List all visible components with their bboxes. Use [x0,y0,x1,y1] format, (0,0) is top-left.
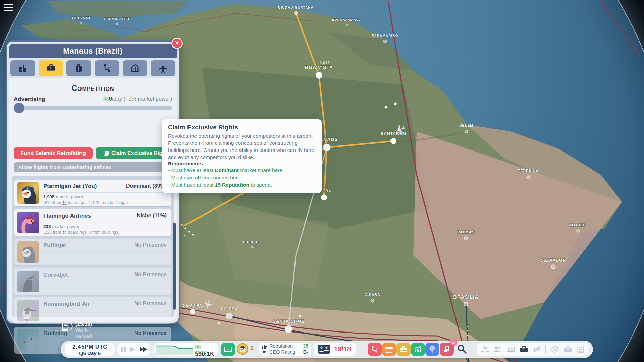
tab-routes[interactable] [95,60,119,76]
routes-report-icon [61,320,74,334]
svg-text:Arequipa: Arequipa [180,303,202,307]
tooltip-requirement: - Must have at least Dominant market sha… [168,167,316,174]
hide-overlay-toggle[interactable] [532,345,541,353]
stats-menu-button[interactable] [411,343,425,356]
load-factor-overlay-toggle[interactable]: % [481,345,489,353]
briefcase-plane-icon: ✈ [46,63,56,73]
revenue-overlay-toggle[interactable] [506,345,515,353]
fleet-count: 19/18 [334,345,351,353]
advertising-slider[interactable] [14,106,172,110]
competition-section: Competition Advertising 0/day (+0% marke… [9,78,177,321]
currency-overlay-toggle[interactable]: R [550,345,559,353]
market-share: No Presence [134,301,167,307]
exclusive-rights-tooltip: Claim Exclusive Rights Revokes the opera… [162,119,322,193]
market-menu-button[interactable]: ✈ [382,343,396,356]
balance-sparkline [156,344,193,355]
close-icon[interactable]: ✕ [171,38,183,49]
market-power: 238 market power [43,224,79,229]
airline-row-flamingo[interactable]: Flamingo Airlines Niche (11%) 238 market… [14,209,171,236]
tooltip-requirement: - Must own all concourses here. [168,174,316,181]
thumbs-up-icon [262,344,267,349]
tab-flights[interactable] [151,60,175,76]
market-share: Niche (11%) [137,213,167,219]
route-icon [371,345,379,353]
airplane-icon [158,63,168,73]
airline-row-corvidjet[interactable]: Corvidjet No Presence [14,268,171,295]
svg-text:P: P [27,186,29,190]
section-title: Competition [9,84,177,93]
market-share: No Presence [134,330,167,336]
reputation-panel[interactable]: Reputation 35 ★ CEO Rating B- [259,342,312,356]
svg-text:✈: ✈ [49,66,52,70]
fast-forward-button[interactable] [139,346,148,353]
svg-text:✈: ✈ [388,349,390,353]
market-share: No Presence [134,242,167,248]
svg-text:Belem: Belem [459,123,473,127]
pause-button[interactable] [120,346,126,353]
airline-list: P Ptarmigan Jet (You) Dominant (89%) 1,9… [12,176,174,317]
passengers-overlay-toggle[interactable] [493,345,502,353]
tab-competition[interactable]: ✈ [39,60,63,76]
well-served-routes-badge[interactable]: (15/19) Well-served routes [61,320,74,335]
svg-text:%: % [483,346,487,350]
jobs-overlay-toggle[interactable] [564,345,572,353]
tab-city[interactable] [10,60,35,76]
speed-controls [117,342,151,356]
search-icon[interactable] [457,344,467,354]
coin-icon [237,343,248,355]
svg-text:San Jose: San Jose [72,16,91,19]
tab-terminal[interactable] [123,60,148,76]
svg-text:Maceio: Maceio [570,223,586,227]
menu-icon[interactable] [4,4,14,12]
scrollbar[interactable] [173,223,176,310]
codeshare-toggle-button[interactable]: Allow flights from codesharing airlines [14,162,172,172]
panel-tabs: ✈ [10,60,175,76]
svg-text:Cuiaba: Cuiaba [364,293,380,297]
advertising-slider-handle[interactable] [14,103,24,113]
game-clock[interactable]: 2:45PM UTC Q6 Day 6 [65,342,115,356]
money-icon [103,97,109,101]
airline-row-hummingbird[interactable]: Hummingbird Air No Presence [14,297,171,324]
market-power-detail: (815 from boardings, 1,120 from building… [43,200,128,205]
tab-luggage[interactable] [66,60,91,76]
tooltip-body: Revokes the operating rights of your com… [168,132,316,161]
svg-text:✈: ✈ [320,346,323,350]
market-share: Dominant (89%) [126,183,167,189]
briefcase-icon: ✈ [399,345,408,353]
svg-text:Santarem: Santarem [381,131,406,136]
advertising-value: 0/day (+0% market power) [103,96,172,102]
luggage-icon [74,63,84,73]
svg-text:✈: ✈ [325,346,328,350]
clock-time: 2:45PM UTC [65,344,115,350]
play-button[interactable] [129,346,136,353]
finance-summary[interactable]: 590.1K 43.2K [154,342,218,356]
routes-menu-button[interactable] [368,343,382,356]
business-overlay-toggle-active[interactable]: ✈ [520,345,528,353]
airline-name: Puffinjet [43,242,66,249]
cash-delta: 43.2K [195,350,207,355]
airline-row-ptarmigan[interactable]: P Ptarmigan Jet (You) Dominant (89%) 1,9… [14,180,171,206]
airline-row-puffinjet[interactable]: Puffinjet No Presence [14,239,171,265]
terminal-icon [130,63,140,73]
panel-title: Manaus (Brazil) [9,44,177,58]
fleet-counter[interactable]: ✈ ✈ 19/18 [313,342,356,356]
market-power-detail: (238 from boardings, 0 from buildings) [43,230,120,235]
tooltip-title: Claim Exclusive Rights [168,124,316,131]
airline-logo-corvidjet [17,271,39,292]
svg-text:Salvador: Salvador [541,258,566,263]
svg-text:Panama City: Panama City [104,17,130,20]
airline-logo-flamingo [17,212,39,233]
research-menu-button[interactable] [425,343,439,356]
passengers-icon [62,201,67,205]
airline-name: Hummingbird Air [43,301,90,307]
business-menu-button[interactable]: ✈ [396,343,411,356]
svg-text:✈: ✈ [402,348,404,350]
fund-seismic-button[interactable]: Fund Seismic Retrofitting [14,147,93,159]
history-overlay-toggle[interactable] [576,345,585,353]
svg-text:Brasilia: Brasilia [453,294,479,300]
newspaper-icon [443,345,451,353]
coin-counter[interactable]: 2 [237,343,248,356]
route-icon [102,63,112,73]
svg-text:Riberalta: Riberalta [241,240,263,244]
finances-button[interactable]: ✈ [221,343,235,356]
